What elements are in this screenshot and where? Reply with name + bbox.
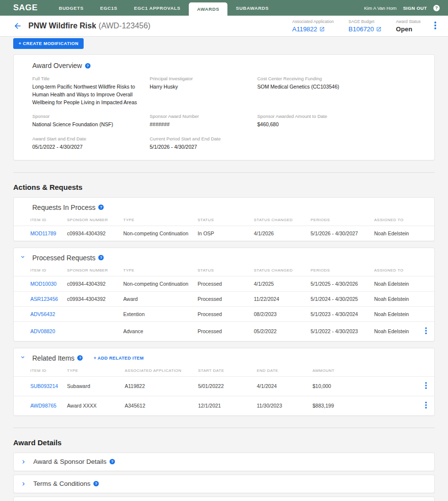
sage-budget-link[interactable]: B106720: [349, 25, 381, 33]
field-value: Long-term Pacific Northwest Wildfire Ris…: [32, 83, 146, 106]
tab-egc1s[interactable]: EGC1S: [92, 0, 126, 16]
field-label: Principal Investigator: [150, 76, 257, 81]
create-modification-button[interactable]: + CREATE MODIFICATION: [13, 38, 84, 49]
tab-budgets[interactable]: BUDGETS: [50, 0, 92, 16]
tab-subawards[interactable]: SUBAWARDS: [227, 0, 277, 16]
associated-application-value: A119822: [292, 25, 317, 33]
associated-application-link[interactable]: A119822: [292, 25, 334, 33]
column-header: STATUS CHANGED: [254, 265, 311, 276]
field-label: Current Period Start and End Date: [150, 136, 257, 141]
processed-requests-table: ITEM ID SPONSOR NUMBER TYPE STATUS STATU…: [14, 265, 434, 341]
award-overview-title: Award Overview: [32, 62, 82, 69]
cell-assigned-to: Noah Edelstein: [374, 226, 422, 241]
item-id-link[interactable]: ADV08820: [30, 328, 55, 334]
section-divider: [13, 428, 435, 428]
accordion-award-sponsor-details[interactable]: Award & Sponsor Details ?: [13, 453, 435, 471]
related-items-title: Related Items: [32, 354, 74, 362]
associated-application-label: Associated Application: [292, 19, 334, 24]
field-award-dates: Award Start and End Date 05/1/2022 - 4/3…: [32, 136, 150, 151]
external-link-icon: [376, 26, 381, 32]
tab-egc1-approvals[interactable]: EGC1 APPROVALS: [126, 0, 189, 16]
cell-status-changed: 11/22/2024: [254, 291, 311, 306]
award-status-value: Open: [396, 25, 421, 33]
column-header: SPONSOR NUMBER: [67, 215, 123, 226]
award-id: (AWD-123456): [99, 22, 151, 30]
field-label: Sponsor Awarded Amount to Date: [257, 114, 426, 119]
tab-awards[interactable]: AWARDS: [189, 2, 227, 16]
header-stats: Associated Application A119822 SAGE Budg…: [292, 19, 421, 33]
field-value: SOM Medical Genetics (CC103546): [257, 83, 371, 91]
cell-status: Processed: [198, 306, 254, 321]
item-id-link[interactable]: AWD98765: [30, 403, 56, 409]
related-items-card: Related Items ? + ADD RELATED ITEM ITEM …: [13, 348, 435, 416]
award-title: PNW Wildfire Risk: [28, 22, 96, 30]
cell-associated-application: A345612: [125, 396, 198, 415]
cell-amount: $10,000: [313, 376, 422, 396]
field-current-period: Current Period Start and End Date 5/1/20…: [150, 136, 257, 151]
accordion-terms-conditions[interactable]: Terms & Conditions ?: [13, 475, 435, 493]
item-id-link[interactable]: MOD10030: [30, 281, 57, 287]
help-icon[interactable]: ?: [110, 459, 115, 464]
cell-assigned-to: Noah Edelstein: [374, 306, 422, 321]
cell-sponsor-number: c09934-4304392: [67, 291, 123, 306]
back-arrow-icon: [13, 22, 22, 30]
help-icon[interactable]: ?: [85, 63, 90, 68]
back-button[interactable]: [13, 22, 22, 30]
row-kebab-menu[interactable]: [424, 401, 428, 411]
field-principal-investigator: Principal Investigator Harry Husky: [150, 76, 257, 106]
cell-type: Award XXXX: [67, 396, 125, 415]
item-id-link[interactable]: ADV56432: [30, 311, 55, 317]
field-cost-center: Cost Center Receiving Funding SOM Medica…: [257, 76, 426, 106]
field-sponsor-award-number: Sponsor Award Number #######: [150, 114, 257, 129]
cell-sponsor-number: [67, 306, 123, 321]
cell-amount: $883,199: [313, 396, 422, 415]
column-header: ASSIGNED TO: [374, 215, 422, 226]
page-header: PNW Wildfire Risk(AWD-123456) Associated…: [0, 16, 448, 37]
help-icon[interactable]: ?: [98, 255, 104, 260]
help-icon[interactable]: ?: [433, 5, 440, 11]
collapse-section-button[interactable]: [20, 254, 26, 260]
field-sponsor-awarded-amount: Sponsor Awarded Amount to Date $460,680: [257, 114, 426, 129]
row-kebab-menu[interactable]: [424, 381, 428, 391]
add-related-item-button[interactable]: + ADD RELATED ITEM: [93, 356, 143, 361]
cell-periods: 5/1/2026 - 4/30/2027: [311, 226, 374, 241]
item-id-link[interactable]: SUB093214: [30, 383, 58, 389]
table-row: SUB093214 Subaward A119822 5/01/20222 4/…: [14, 376, 434, 396]
field-label: Full Title: [32, 76, 150, 81]
chevron-right-icon: [20, 480, 27, 487]
help-icon[interactable]: ?: [77, 355, 83, 361]
table-row: MOD10030 c09934-4304392 Non-competing Co…: [14, 276, 434, 291]
related-items-header: Related Items ? + ADD RELATED ITEM: [14, 348, 434, 365]
table-header-row: ITEM ID TYPE ASSOCIATED APPLICATION STAR…: [14, 365, 434, 377]
collapse-section-button[interactable]: [20, 354, 26, 361]
cell-assigned-to: Noah Edelstein: [374, 291, 422, 306]
field-value: Harry Husky: [150, 83, 257, 91]
header-kebab-menu[interactable]: [431, 20, 439, 33]
external-link-icon: [319, 26, 325, 32]
help-icon[interactable]: ?: [93, 481, 99, 486]
processed-requests-header: Processed Requests ?: [14, 248, 434, 265]
field-value: 05/1/2022 - 4/30/2027: [32, 143, 146, 151]
column-header: ASSOCIATED APPLICATION: [125, 365, 198, 377]
help-icon[interactable]: ?: [98, 205, 104, 210]
field-value: National Science Foundation (NSF): [32, 121, 146, 129]
table-row: MOD11789 c09934-4304392 Non-competing Co…: [14, 226, 434, 241]
cell-status: Processed: [198, 291, 254, 306]
item-id-link[interactable]: ASR123456: [30, 296, 58, 302]
column-header-kebab: [422, 365, 434, 377]
processed-requests-card: Processed Requests ? ITEM ID SPONSOR NUM…: [13, 248, 435, 342]
kebab-icon: [425, 382, 427, 389]
column-header: ITEM ID: [14, 215, 67, 226]
cell-type: Advance: [123, 321, 198, 341]
sign-out-button[interactable]: SIGN OUT: [403, 5, 427, 11]
kebab-icon: [425, 402, 427, 409]
item-id-link[interactable]: MOD11789: [30, 230, 56, 236]
accordion-budget-award-lines[interactable]: Budget & Award Lines ?: [13, 497, 435, 501]
requests-in-process-table: ITEM ID SPONSOR NUMBER TYPE STATUS STATU…: [14, 215, 434, 241]
cell-periods: 5/1/2025 - 4/30/2026: [311, 276, 374, 291]
column-header: ASSIGNED TO: [374, 265, 422, 276]
top-navbar: SAGE BUDGETS EGC1S EGC1 APPROVALS AWARDS…: [0, 0, 448, 16]
column-header: TYPE: [123, 215, 198, 226]
requests-in-process-title: Requests In Process: [32, 204, 95, 211]
row-kebab-menu[interactable]: [424, 326, 428, 337]
